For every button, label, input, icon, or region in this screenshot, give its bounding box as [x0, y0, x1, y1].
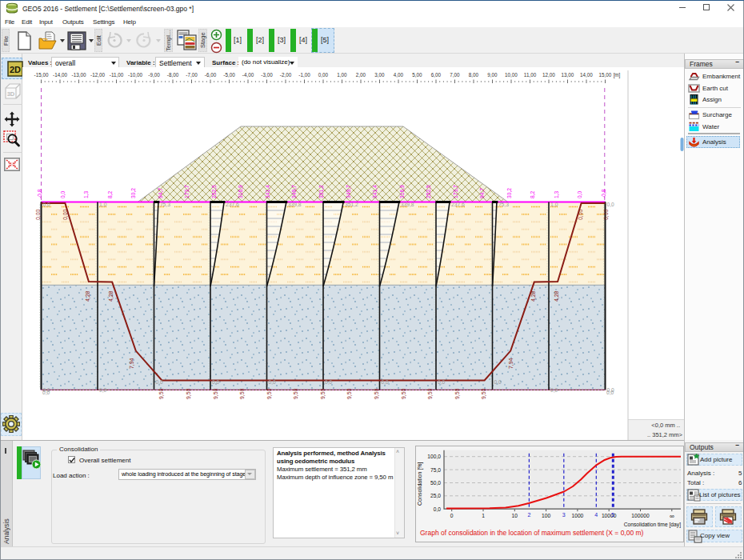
svg-text:-15,00: -15,00 — [34, 72, 49, 78]
svg-text:0,0: 0,0 — [382, 379, 390, 385]
svg-text:0,0: 0,0 — [607, 202, 615, 207]
svg-text:341,4: 341,4 — [372, 185, 378, 198]
svg-text:75,0: 75,0 — [430, 467, 441, 473]
svg-text:0,0: 0,0 — [434, 506, 442, 512]
svg-text:4,28: 4,28 — [85, 290, 90, 302]
svg-text:0,0: 0,0 — [156, 379, 164, 385]
svg-text:4,28: 4,28 — [530, 290, 536, 302]
svg-text:351,2: 351,2 — [318, 185, 324, 198]
svg-text:8,2: 8,2 — [530, 190, 535, 198]
svg-text:2: 2 — [527, 512, 530, 518]
svg-text:-5,00: -5,00 — [223, 72, 235, 78]
svg-text:4: 4 — [594, 512, 598, 518]
svg-text:2,00: 2,00 — [356, 72, 366, 78]
svg-text:4,28: 4,28 — [108, 290, 114, 302]
svg-text:9,50: 9,50 — [239, 388, 245, 399]
svg-text:0,0: 0,0 — [60, 190, 66, 198]
svg-text:94,7: 94,7 — [479, 188, 485, 198]
svg-text:339,8: 339,8 — [288, 202, 302, 207]
svg-text:316,9: 316,9 — [399, 185, 405, 198]
svg-text:9,50: 9,50 — [186, 388, 191, 399]
svg-text:9,50: 9,50 — [374, 388, 379, 399]
svg-text:100,0: 100,0 — [427, 454, 441, 459]
svg-text:349,7: 349,7 — [291, 185, 297, 198]
svg-text:0,0: 0,0 — [438, 379, 446, 385]
svg-text:0,0: 0,0 — [43, 202, 51, 207]
svg-text:0,0: 0,0 — [494, 379, 502, 385]
svg-text:7,94: 7,94 — [508, 358, 514, 369]
svg-text:15,00: 15,00 — [599, 72, 612, 78]
svg-text:0,00: 0,00 — [62, 209, 68, 220]
svg-text:7,94: 7,94 — [129, 358, 134, 369]
svg-text:-2,00: -2,00 — [280, 72, 292, 78]
svg-text:3D: 3D — [7, 90, 15, 98]
svg-text:9,50: 9,50 — [346, 388, 352, 399]
svg-text:-8,00: -8,00 — [167, 72, 179, 78]
svg-text:0,0: 0,0 — [577, 190, 582, 198]
svg-text:173,7: 173,7 — [184, 185, 190, 198]
svg-text:4,28: 4,28 — [554, 290, 559, 302]
svg-text:252,5: 252,5 — [426, 185, 431, 198]
svg-text:10,00: 10,00 — [505, 72, 518, 78]
svg-text:-7,00: -7,00 — [186, 72, 198, 78]
svg-text:-9,00: -9,00 — [148, 72, 160, 78]
svg-text:349,7: 349,7 — [346, 185, 351, 198]
svg-text:9,00: 9,00 — [487, 72, 498, 78]
svg-text:0,0: 0,0 — [325, 379, 333, 385]
svg-text:30,2: 30,2 — [506, 188, 512, 198]
svg-text:8,2: 8,2 — [107, 190, 113, 198]
svg-text:9,50: 9,50 — [454, 388, 460, 399]
svg-text:1,0: 1,0 — [99, 202, 107, 207]
svg-text:1,3: 1,3 — [83, 190, 89, 198]
svg-text:0,00: 0,00 — [603, 209, 609, 220]
svg-text:339,8: 339,8 — [401, 202, 414, 207]
svg-text:0,0: 0,0 — [99, 387, 107, 393]
svg-text:9,50: 9,50 — [158, 388, 164, 399]
svg-text:0,0: 0,0 — [212, 379, 220, 385]
svg-text:5: 5 — [611, 512, 614, 518]
svg-text:-11,00: -11,00 — [110, 72, 124, 78]
svg-text:0,0: 0,0 — [606, 390, 614, 395]
svg-text:9,50: 9,50 — [320, 388, 326, 399]
svg-text:9,50: 9,50 — [401, 388, 406, 399]
svg-text:0: 0 — [450, 513, 454, 518]
svg-text:8,00: 8,00 — [469, 72, 479, 78]
svg-text:-6,00: -6,00 — [205, 72, 217, 78]
svg-text:75,3: 75,3 — [160, 202, 170, 207]
svg-text:-0,8: -0,8 — [37, 189, 42, 198]
svg-text:316,9: 316,9 — [238, 185, 243, 198]
svg-text:12,00: 12,00 — [542, 72, 555, 78]
svg-text:-1,00: -1,00 — [298, 72, 310, 78]
svg-text:-4,00: -4,00 — [242, 72, 254, 78]
svg-text:-14,00: -14,00 — [53, 72, 67, 78]
svg-text:Consolidation [%]: Consolidation [%] — [417, 462, 423, 506]
svg-text:25,0: 25,0 — [430, 493, 441, 498]
svg-text:252,5: 252,5 — [211, 185, 217, 198]
svg-text:-3,00: -3,00 — [261, 72, 273, 78]
svg-text:50,0: 50,0 — [430, 480, 441, 486]
svg-text:9,50: 9,50 — [293, 388, 298, 399]
svg-text:[m]: [m] — [614, 72, 621, 78]
svg-text:13,00: 13,00 — [562, 72, 574, 78]
svg-text:-12,00: -12,00 — [90, 72, 105, 78]
svg-text:94,7: 94,7 — [158, 188, 163, 198]
svg-text:-10,00: -10,00 — [128, 72, 142, 78]
svg-text:5,00: 5,00 — [412, 72, 422, 78]
svg-text:9,50: 9,50 — [427, 388, 433, 399]
svg-text:1,0: 1,0 — [550, 202, 558, 207]
svg-text:2D: 2D — [10, 65, 21, 74]
svg-text:14,00: 14,00 — [580, 72, 593, 78]
svg-text:Consolidation time [day]: Consolidation time [day] — [624, 522, 682, 528]
svg-text:3: 3 — [562, 512, 566, 518]
svg-text:0,0: 0,0 — [550, 387, 558, 393]
svg-text:100: 100 — [542, 513, 550, 518]
svg-text:1000: 1000 — [571, 513, 583, 518]
svg-text:351,2: 351,2 — [345, 202, 358, 207]
svg-text:∞: ∞ — [670, 513, 674, 520]
svg-text:9,50: 9,50 — [213, 388, 218, 399]
svg-text:9,50: 9,50 — [266, 388, 272, 399]
svg-text:0,00: 0,00 — [318, 72, 329, 78]
svg-text:0,00: 0,00 — [578, 209, 583, 220]
svg-text:9,50: 9,50 — [481, 388, 486, 399]
svg-text:1: 1 — [482, 513, 485, 518]
